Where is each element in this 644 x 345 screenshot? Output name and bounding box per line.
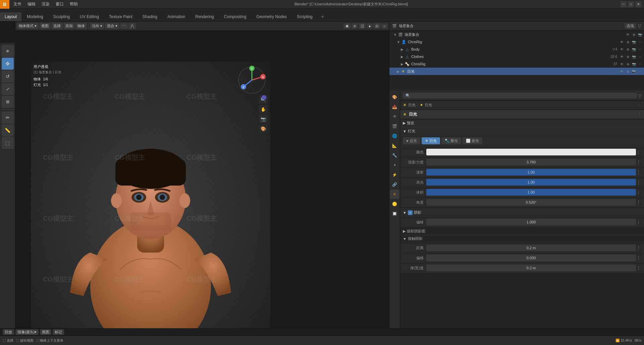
specular-options[interactable]: ⋮ bbox=[636, 180, 641, 185]
pivot-dropdown[interactable]: 混合 ▾ bbox=[105, 23, 119, 29]
thickness-value[interactable]: 0.2 m bbox=[426, 265, 636, 271]
prop-tab-data[interactable]: ☀ bbox=[390, 190, 399, 199]
outliner-search[interactable]: 选项 bbox=[625, 23, 636, 29]
extra-btn-chrisrig[interactable]: ⋯ bbox=[637, 39, 643, 45]
blender-logo[interactable]: B bbox=[0, 0, 9, 9]
render-btn-sun[interactable]: 📷 bbox=[631, 69, 637, 74]
prop-tab-output[interactable]: 📤 bbox=[390, 102, 399, 112]
marker-btn[interactable]: 标记 bbox=[53, 329, 64, 335]
tab-animation[interactable]: Animation bbox=[163, 12, 190, 21]
viewport-btn-scene[interactable]: ⊕ bbox=[631, 32, 637, 37]
viewport-shading[interactable]: ◉ bbox=[343, 23, 351, 29]
distance-value[interactable]: 0.2 m bbox=[426, 245, 636, 251]
extra-btn-rig[interactable]: ⋯ bbox=[637, 61, 643, 67]
annotate-tool[interactable]: ✏ bbox=[2, 112, 14, 124]
viewport-btn-body[interactable]: ⊕ bbox=[625, 47, 631, 52]
prop-search-input[interactable]: 🔍 bbox=[403, 93, 637, 98]
xray-toggle[interactable]: ◫ bbox=[359, 23, 366, 29]
prop-filter-icon[interactable]: ▽ bbox=[638, 93, 641, 98]
prop-tab-modifier[interactable]: 🔧 bbox=[390, 151, 399, 160]
tab-scripting[interactable]: Scripting bbox=[292, 12, 317, 21]
color-options[interactable]: ⋮ bbox=[636, 150, 641, 154]
coord-dropdown[interactable]: 法向 ▾ bbox=[90, 23, 104, 29]
volume-value[interactable]: 1.00 bbox=[426, 189, 636, 196]
menu-render[interactable]: 渲染 bbox=[39, 1, 52, 8]
thickness-options[interactable]: ⋮ bbox=[636, 266, 641, 270]
viewport-btn-clothes[interactable]: ⊕ bbox=[625, 54, 631, 59]
outliner-row-chrisrig-root[interactable]: ▼ 👤 ChrisRig 👁 ⊕ 📷 ⋯ bbox=[389, 38, 644, 46]
distance-options[interactable]: ⋮ bbox=[636, 246, 641, 250]
overlay-toggle[interactable]: ⧆ bbox=[352, 23, 358, 29]
tab-add-button[interactable]: + bbox=[318, 12, 327, 21]
render-button[interactable]: 🎨 bbox=[259, 124, 268, 133]
rendered-shading[interactable]: ○ bbox=[381, 23, 388, 29]
prop-tab-scene[interactable]: 🎬 bbox=[390, 122, 399, 131]
light-type-area[interactable]: ⬜ 面光 bbox=[463, 137, 482, 144]
menu-help[interactable]: 帮助 bbox=[67, 1, 80, 8]
mode-dropdown[interactable]: 物体模式 ▾ bbox=[17, 23, 39, 29]
extra-btn-body[interactable]: ⋯ bbox=[637, 47, 643, 52]
prop-tab-object[interactable]: 📐 bbox=[390, 141, 399, 150]
specular-value[interactable]: 1.00 bbox=[426, 179, 636, 186]
bias-value[interactable]: 1.000 bbox=[426, 219, 636, 225]
select-menu[interactable]: 选择 bbox=[51, 23, 63, 29]
snap-toggle[interactable]: ⋯ bbox=[120, 23, 128, 29]
viewport-btn-sun[interactable]: ⊕ bbox=[625, 69, 631, 74]
cascade-header[interactable]: ▶ 级联阴影图 bbox=[400, 228, 644, 235]
prop-tab-particles[interactable]: ✦ bbox=[390, 160, 399, 170]
render-btn-rig[interactable]: 📷 bbox=[631, 61, 637, 67]
prop-tab-constraints[interactable]: 🔗 bbox=[390, 180, 399, 189]
prop-tab-texture[interactable]: 🔲 bbox=[390, 209, 399, 218]
object-menu[interactable]: 物体 bbox=[75, 23, 87, 29]
eye-btn-scene[interactable]: 👁 bbox=[625, 32, 631, 37]
prop-tab-view[interactable]: 👁 bbox=[390, 112, 399, 121]
strength-value[interactable]: 3.780 bbox=[426, 159, 636, 165]
render-btn-body[interactable]: 📷 bbox=[631, 47, 637, 52]
tab-compositing[interactable]: Compositing bbox=[219, 12, 251, 21]
camera-view-button[interactable]: 📷 bbox=[259, 115, 268, 123]
light-section-header[interactable]: ▼ 灯光 bbox=[400, 127, 644, 135]
light-type-sun[interactable]: ☀ 日光 bbox=[422, 137, 440, 144]
close-button[interactable]: ✕ bbox=[635, 1, 641, 7]
prop-tab-physics[interactable]: ⚡ bbox=[390, 170, 399, 180]
render-btn-scene[interactable]: 📷 bbox=[637, 32, 643, 37]
tab-uv-editing[interactable]: UV Editing bbox=[75, 12, 104, 21]
maximize-button[interactable]: □ bbox=[628, 1, 634, 7]
playback-btn[interactable]: 回放 bbox=[3, 329, 14, 335]
tab-geometry-nodes[interactable]: Geometry Nodes bbox=[252, 12, 291, 21]
view-menu[interactable]: 视图 bbox=[39, 23, 51, 29]
eye-btn-rig[interactable]: 👁 bbox=[619, 61, 625, 67]
color-swatch[interactable] bbox=[426, 149, 636, 155]
contact-header[interactable]: ▼ 接触阴影 bbox=[400, 235, 644, 243]
minimize-button[interactable]: ─ bbox=[621, 1, 627, 7]
outliner-row-clothes[interactable]: ▶ △ Clothes 33 6 👁 ⊕ 📷 ⋯ bbox=[389, 53, 644, 60]
eye-btn-body[interactable]: 👁 bbox=[619, 47, 625, 52]
nav-gizmo[interactable]: X Y Z bbox=[237, 65, 267, 95]
material-shading[interactable]: ◎ bbox=[373, 23, 381, 29]
add-menu[interactable]: 添加 bbox=[63, 23, 75, 29]
bias-options[interactable]: ⋮ bbox=[636, 220, 641, 224]
render-btn-chrisrig[interactable]: 📷 bbox=[631, 39, 637, 45]
tab-layout[interactable]: Layout bbox=[0, 12, 21, 21]
scale-tool[interactable]: ⤢ bbox=[2, 83, 14, 95]
camera-btn[interactable]: 报像(摄头)▾ bbox=[15, 329, 39, 335]
diffuse-value[interactable]: 1.00 bbox=[426, 169, 636, 176]
eye-btn-clothes[interactable]: 👁 bbox=[619, 54, 625, 59]
menu-file[interactable]: 文件 bbox=[11, 1, 24, 8]
rotate-tool[interactable]: ↺ bbox=[2, 70, 14, 82]
angle-options[interactable]: ⋮ bbox=[636, 200, 641, 205]
light-header-options[interactable]: ⋮ bbox=[638, 112, 641, 117]
prop-tab-world[interactable]: 🌐 bbox=[390, 131, 399, 141]
prop-tab-render[interactable]: 🎨 bbox=[390, 92, 399, 102]
filter-icon[interactable]: ▽ bbox=[638, 23, 641, 28]
menu-window[interactable]: 窗口 bbox=[53, 1, 66, 8]
eye-btn-chrisrig[interactable]: 👁 bbox=[619, 39, 625, 45]
tab-shading[interactable]: Shading bbox=[138, 12, 162, 21]
extra-btn-sun[interactable]: ⋯ bbox=[637, 69, 643, 74]
viewport-btn-chrisrig[interactable]: ⊕ bbox=[625, 39, 631, 45]
render-btn-clothes[interactable]: 📷 bbox=[631, 54, 637, 59]
preview-header[interactable]: ▶ 预览 bbox=[400, 119, 644, 127]
shadow-checkbox[interactable]: ✓ bbox=[408, 210, 413, 215]
offset-options[interactable]: ⋮ bbox=[636, 256, 641, 260]
pan-button[interactable]: ✋ bbox=[259, 105, 268, 114]
